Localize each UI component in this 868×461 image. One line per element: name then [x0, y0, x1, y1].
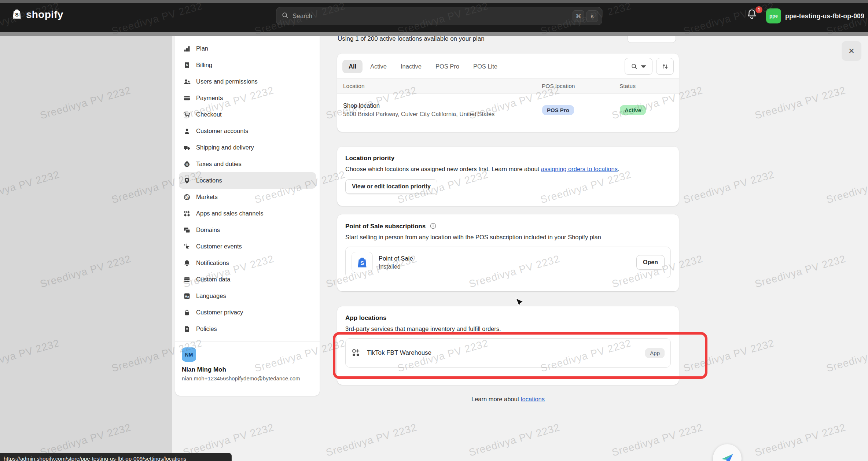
- assigning-orders-link[interactable]: assigning orders to locations: [541, 166, 618, 172]
- app-location-row[interactable]: TikTok FBT Warehouse App: [345, 338, 671, 368]
- sidebar-item-customer-privacy[interactable]: Customer privacy: [179, 304, 316, 321]
- card-description: Start selling in person from any locatio…: [345, 234, 671, 241]
- card-description: Choose which locations are assigned new …: [345, 166, 671, 173]
- bell-icon: [183, 259, 191, 267]
- app-location-name: TikTok FBT Warehouse: [367, 349, 645, 357]
- users-icon: [183, 78, 191, 85]
- user-email: nian.moh+123456shopifydemo@bytedance.com: [182, 375, 314, 381]
- person-icon: [183, 128, 191, 135]
- open-button[interactable]: Open: [636, 255, 665, 270]
- search-placeholder: Search: [293, 12, 570, 20]
- svg-text:S: S: [360, 260, 364, 266]
- location-address: 5800 Bristol Parkway, Culver City Califo…: [343, 111, 541, 118]
- pos-app-name: Point of Sale: [379, 255, 636, 262]
- filter-icon: [640, 63, 647, 70]
- tab-pos-pro[interactable]: POS Pro: [429, 60, 466, 73]
- app-locations-card: App locations 3rd-party services that ma…: [337, 306, 679, 385]
- close-button[interactable]: ×: [842, 41, 861, 61]
- sidebar-item-payments[interactable]: Payments: [179, 90, 316, 106]
- sidebar-item-taxes-and-duties[interactable]: % Taxes and duties: [179, 156, 316, 172]
- svg-text:Aa: Aa: [185, 294, 190, 298]
- user-block[interactable]: NM Nian Ming Moh nian.moh+123456shopifyd…: [175, 342, 320, 381]
- sidebar-item-notifications[interactable]: Notifications: [179, 255, 316, 271]
- pos-pro-badge: POS Pro: [542, 105, 574, 115]
- sidebar-item-policies[interactable]: Policies: [179, 321, 316, 337]
- sidebar-item-checkout[interactable]: Checkout: [179, 106, 316, 123]
- locations-list-card: AllActiveInactivePOS ProPOS Lite Locatio…: [337, 54, 679, 132]
- truck-icon: [183, 144, 191, 151]
- info-icon[interactable]: [430, 222, 437, 229]
- paper-plane-icon: [720, 451, 735, 461]
- notifications-button[interactable]: 1: [746, 8, 761, 23]
- tab-inactive[interactable]: Inactive: [394, 60, 428, 73]
- domains-icon: [183, 226, 191, 234]
- app-badge: App: [645, 348, 665, 358]
- apps-grid-icon: [352, 348, 360, 357]
- close-icon: ×: [849, 45, 854, 57]
- sidebar-item-locations[interactable]: Locations: [179, 172, 316, 189]
- browser-status-url-bar: https://admin.shopify.com/store/ppe-test…: [0, 453, 232, 461]
- shopify-wordmark: shopify: [26, 9, 63, 21]
- sidebar-item-shipping-and-delivery[interactable]: Shipping and delivery: [179, 139, 316, 156]
- pos-app-row: S Point of Sale Installed Open: [345, 247, 671, 278]
- checkout-icon: [183, 111, 191, 118]
- locations-help-link[interactable]: locations: [521, 396, 545, 402]
- search-input[interactable]: Search ⌘ K: [276, 7, 602, 25]
- events-icon: [183, 243, 191, 250]
- view-edit-priority-button[interactable]: View or edit location priority: [345, 179, 437, 194]
- shopify-logo[interactable]: S shopify: [11, 0, 63, 29]
- billing-icon: $: [183, 62, 191, 69]
- svg-text:$: $: [186, 63, 188, 66]
- taxes-icon: %: [183, 161, 191, 168]
- account-avatar[interactable]: ppe: [766, 8, 781, 23]
- svg-text:S: S: [15, 11, 19, 17]
- add-location-button-cutoff[interactable]: [628, 36, 676, 43]
- pos-app-status: Installed: [379, 263, 636, 270]
- settings-nav: Plan $ Billing Users and permissions Pay…: [175, 36, 320, 337]
- location-row[interactable]: Shop location 5800 Bristol Parkway, Culv…: [337, 94, 679, 126]
- lock-icon: [183, 309, 191, 316]
- plan-icon: [183, 45, 191, 52]
- store-name[interactable]: ppe-testing-us-fbt-op-009: [785, 0, 864, 32]
- svg-text:%: %: [185, 162, 188, 166]
- cmd-key-badge: ⌘: [573, 10, 584, 22]
- point-of-sale-app-icon: S: [352, 252, 373, 273]
- locations-tabs: AllActiveInactivePOS ProPOS Lite: [337, 54, 679, 78]
- sidebar-item-customer-accounts[interactable]: Customer accounts: [179, 123, 316, 139]
- sidebar-item-plan[interactable]: Plan: [179, 40, 316, 57]
- location-name: Shop location: [343, 102, 541, 109]
- settings-sidebar: Plan $ Billing Users and permissions Pay…: [175, 36, 320, 396]
- sidebar-item-apps-and-sales-channels[interactable]: Apps and sales channels: [179, 205, 316, 222]
- user-avatar: NM: [182, 347, 196, 362]
- modal-backdrop: [0, 36, 172, 461]
- tab-active[interactable]: Active: [364, 60, 393, 73]
- status-badge: Active: [620, 105, 646, 115]
- data-icon: [183, 276, 191, 283]
- footer-help-text: Learn more about locations: [337, 396, 679, 403]
- col-pos-location: POS location: [542, 79, 619, 94]
- card-title: Location priority: [345, 155, 671, 162]
- notification-count-badge: 1: [755, 6, 762, 13]
- shopify-bag-icon: S: [11, 8, 23, 22]
- search-filter-button[interactable]: [625, 58, 652, 75]
- window-top-strip: [0, 0, 868, 3]
- sort-button[interactable]: [656, 58, 674, 75]
- plan-usage-text: Using 1 of 200 active locations availabl…: [338, 35, 485, 43]
- card-title: App locations: [345, 314, 671, 322]
- sidebar-item-customer-events[interactable]: Customer events: [179, 238, 316, 255]
- sidebar-item-custom-data[interactable]: Custom data: [179, 271, 316, 288]
- locations-table: Location POS location Status Shop locati…: [337, 78, 679, 126]
- k-key-badge: K: [586, 10, 598, 22]
- tab-all[interactable]: All: [342, 60, 363, 73]
- sort-icon: [662, 63, 669, 70]
- sidebar-item-languages[interactable]: Aa Languages: [179, 288, 316, 304]
- tab-pos-lite[interactable]: POS Lite: [467, 60, 504, 73]
- sidebar-item-markets[interactable]: $ Markets: [179, 189, 316, 205]
- sidebar-item-domains[interactable]: Domains: [179, 222, 316, 238]
- payments-icon: [183, 95, 191, 102]
- card-description: 3rd-party services that manage inventory…: [345, 325, 671, 332]
- col-location: Location: [337, 79, 542, 94]
- sidebar-item-users-and-permissions[interactable]: Users and permissions: [179, 73, 316, 90]
- user-name: Nian Ming Moh: [182, 366, 313, 373]
- sidebar-item-billing[interactable]: $ Billing: [179, 57, 316, 73]
